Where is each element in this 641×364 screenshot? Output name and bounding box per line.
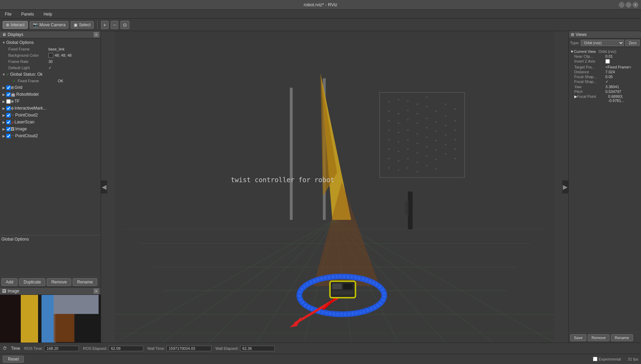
svg-point-64 xyxy=(416,152,418,153)
time-title: Time xyxy=(11,346,20,351)
pointcloud2-item-2[interactable]: ▶ ⋯ PointCloud2 xyxy=(0,132,101,139)
fixed-frame-prop: Fixed Frame base_link xyxy=(0,46,101,52)
menu-panels[interactable]: Panels xyxy=(19,11,36,17)
experimental-checkbox[interactable] xyxy=(593,357,597,361)
move-camera-label: Move Camera xyxy=(39,22,65,27)
svg-rect-2 xyxy=(42,295,55,343)
displays-panel-close[interactable]: ✕ xyxy=(94,32,99,37)
close-btn[interactable]: ✕ xyxy=(633,2,638,8)
views-current-view-header[interactable]: ▼ Current View Orbit (rviz) xyxy=(569,49,641,54)
svg-rect-94 xyxy=(332,283,342,289)
laserscan-checkbox[interactable] xyxy=(6,120,11,124)
image-panel-close[interactable]: ✕ xyxy=(94,289,99,293)
menu-file[interactable]: File xyxy=(3,11,13,17)
maximize-btn[interactable]: □ xyxy=(626,2,631,8)
views-zero-button[interactable]: Zero xyxy=(625,40,640,46)
ros-time-section: ROS Time: 168.20 xyxy=(24,346,79,351)
global-options-item[interactable]: ▼ Global Options xyxy=(0,39,101,46)
minimize-btn[interactable]: − xyxy=(619,2,624,8)
svg-point-45 xyxy=(388,130,390,131)
svg-point-57 xyxy=(426,137,428,138)
zoom-in-button[interactable]: + xyxy=(101,21,109,29)
pitch-value[interactable]: 0.534797 xyxy=(605,90,639,94)
pointcloud2-item-1[interactable]: ▶ ⋯ PointCloud2 xyxy=(0,112,101,119)
svg-point-67 xyxy=(445,144,446,145)
views-title: Views xyxy=(576,32,587,37)
distance-label: Distance xyxy=(574,70,605,74)
yaw-value[interactable]: 3.38041 xyxy=(605,85,639,89)
fixed-frame-value[interactable]: base_link xyxy=(48,47,64,51)
focal-shap1-value[interactable]: 0.05 xyxy=(605,75,639,79)
wall-time-input[interactable]: 1597170034.03 xyxy=(166,346,211,351)
select-button[interactable]: ▣ Select xyxy=(71,21,93,29)
zoom-out-button[interactable]: − xyxy=(111,21,118,29)
move-camera-button[interactable]: 📷 Move Camera xyxy=(30,21,68,29)
default-light-value[interactable]: ✓ xyxy=(48,66,52,70)
window-controls[interactable]: − □ ✕ xyxy=(619,2,638,8)
toolbar: ⊕ Interact 📷 Move Camera ▣ Select + − ⊙ xyxy=(0,19,641,31)
invert-z-value[interactable] xyxy=(605,59,639,64)
pointcloud2-checkbox-1[interactable] xyxy=(6,113,11,118)
invert-z-checkbox[interactable] xyxy=(605,59,610,64)
svg-point-52 xyxy=(455,130,456,131)
experimental-section: Experimental xyxy=(593,357,621,361)
tf-checkbox[interactable] xyxy=(6,99,11,104)
svg-rect-83 xyxy=(290,88,293,220)
svg-point-42 xyxy=(436,121,437,122)
svg-point-79 xyxy=(407,167,409,169)
displays-tree: ▼ Global Options Fixed Frame base_link B… xyxy=(0,38,101,235)
target-button[interactable]: ⊙ xyxy=(120,21,129,29)
interactivemark-item[interactable]: ▶ ⊛ InteractiveMark... xyxy=(0,105,101,112)
interactivemark-checkbox[interactable] xyxy=(6,106,11,111)
svg-point-76 xyxy=(455,158,456,159)
interact-button[interactable]: ⊕ Interact xyxy=(3,21,28,29)
svg-point-48 xyxy=(416,133,418,135)
menubar: File Panels Help xyxy=(0,10,641,19)
wall-elapsed-input[interactable]: 62.36 xyxy=(240,346,275,351)
image-checkbox[interactable] xyxy=(6,127,11,131)
status-fixed-frame-prop: ✓ Fixed Frame OK xyxy=(0,78,101,84)
svg-rect-97 xyxy=(408,192,413,229)
svg-point-59 xyxy=(445,134,446,136)
invert-z-prop: Invert Z Axis xyxy=(569,59,641,65)
grid-item[interactable]: ▶ ⊞ Grid xyxy=(0,84,101,91)
robotmodel-item[interactable]: ▶ 🤖 RobotModel xyxy=(0,91,101,98)
laserscan-item[interactable]: ▶ ⊿ LaserScan xyxy=(0,119,101,125)
near-clip-value[interactable]: 0.01 xyxy=(605,54,639,58)
viewport-arrow-left[interactable]: ◀ xyxy=(101,180,107,194)
grid-checkbox[interactable] xyxy=(6,85,11,90)
ros-elapsed-label: ROS Elapsed: xyxy=(83,346,107,351)
image-icon: 🖼 xyxy=(11,127,15,131)
image-item[interactable]: ▶ 🖼 Image xyxy=(0,125,101,132)
svg-point-78 xyxy=(398,170,399,171)
ros-time-input[interactable]: 168.20 xyxy=(44,346,79,351)
views-save-button[interactable]: Save xyxy=(570,334,586,341)
rename-button[interactable]: Rename xyxy=(73,278,97,286)
focal-shap2-value[interactable]: ✓ xyxy=(605,80,639,84)
views-remove-button[interactable]: Remove xyxy=(588,334,610,341)
views-type-select[interactable]: Orbit (rviz) xyxy=(581,40,624,46)
viewport-arrow-right[interactable]: ▶ xyxy=(562,180,568,194)
global-status-item[interactable]: ▼ ✓ Global Status: Ok xyxy=(0,71,101,78)
distance-value[interactable]: 7.024 xyxy=(605,70,639,74)
reset-button[interactable]: Reset xyxy=(3,356,24,363)
duplicate-button[interactable]: Duplicate xyxy=(19,278,45,286)
remove-button[interactable]: Remove xyxy=(47,278,71,286)
viewport[interactable]: twist controller for robot ◀ ▶ xyxy=(101,31,568,343)
robotmodel-checkbox[interactable] xyxy=(6,92,11,97)
target-fra-value[interactable]: <Fixed Frame> xyxy=(605,65,639,69)
background-color-value[interactable]: 48; 48; 48 xyxy=(48,53,72,58)
grid-label: Grid xyxy=(15,85,101,90)
svg-point-72 xyxy=(416,161,418,163)
frame-rate-value[interactable]: 30 xyxy=(48,59,53,64)
viewport-canvas: twist controller for robot ◀ ▶ xyxy=(101,31,568,343)
target-fra-label: Target Fra... xyxy=(574,65,605,69)
focal-point-prop[interactable]: ▶ Focal Point 0.68993; -0.9781... xyxy=(569,94,641,103)
tf-item[interactable]: ▶ ⊕ TF xyxy=(0,98,101,105)
ros-elapsed-input[interactable]: 62.09 xyxy=(109,346,143,351)
views-rename-button[interactable]: Rename xyxy=(611,334,633,341)
select-label: Select xyxy=(79,22,90,27)
add-button[interactable]: Add xyxy=(1,278,18,286)
menu-help[interactable]: Help xyxy=(42,11,54,17)
pointcloud2-checkbox-2[interactable] xyxy=(6,134,11,138)
